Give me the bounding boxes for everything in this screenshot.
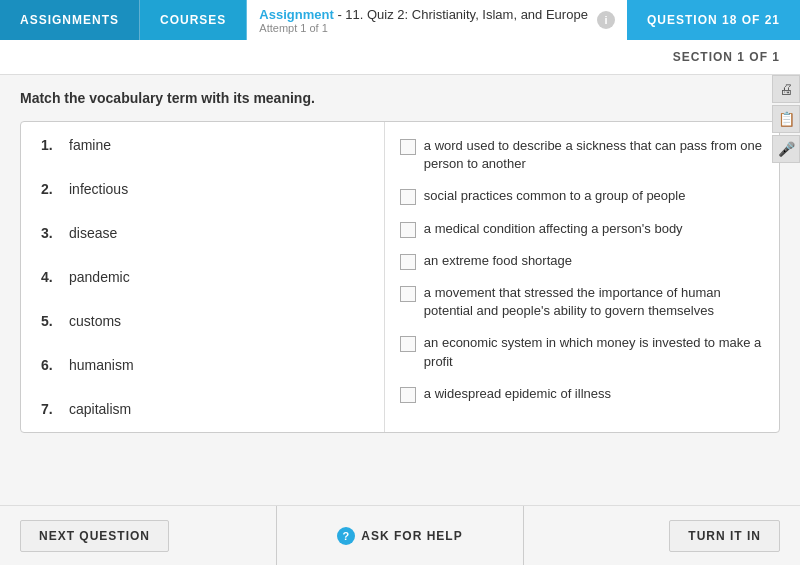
definition-checkbox-7[interactable] <box>400 387 416 403</box>
assignment-attempt: Attempt 1 of 1 <box>259 22 589 34</box>
term-number-7: 7. <box>41 401 61 417</box>
document-icon[interactable]: 📋 <box>772 105 800 133</box>
section-label: SECTION 1 OF 1 <box>673 50 780 64</box>
main-content: Match the vocabulary term with its meani… <box>0 75 800 505</box>
definition-item-2: social practices common to a group of pe… <box>400 187 764 205</box>
courses-nav[interactable]: CouRSES <box>140 0 247 40</box>
info-icon[interactable]: i <box>597 11 615 29</box>
question-counter: QUESTION 18 of 21 <box>627 0 800 40</box>
footer-right: TURN IT IN <box>534 520 780 552</box>
ask-for-help-label: ASK FOR HELP <box>361 529 462 543</box>
definition-item-3: a medical condition affecting a person's… <box>400 220 764 238</box>
definition-text-6: an economic system in which money is inv… <box>424 334 764 370</box>
terms-column: 1. famine 2. infectious 3. disease 4. pa… <box>21 122 385 432</box>
assignment-detail: - 11. Quiz 2: Christianity, Islam, and E… <box>334 7 588 22</box>
definition-text-2: social practices common to a group of pe… <box>424 187 686 205</box>
ask-for-help-button[interactable]: ? ASK FOR HELP <box>337 527 462 545</box>
definition-text-5: a movement that stressed the importance … <box>424 284 764 320</box>
term-item-1: 1. famine <box>41 137 364 153</box>
definition-checkbox-2[interactable] <box>400 189 416 205</box>
definition-checkbox-4[interactable] <box>400 254 416 270</box>
definition-checkbox-3[interactable] <box>400 222 416 238</box>
term-label-2: infectious <box>69 181 128 197</box>
term-number-5: 5. <box>41 313 61 329</box>
term-label-6: humanism <box>69 357 134 373</box>
assignment-bold: Assignment <box>259 7 333 22</box>
term-label-3: disease <box>69 225 117 241</box>
help-icon: ? <box>337 527 355 545</box>
section-bar: SECTION 1 OF 1 <box>0 40 800 75</box>
term-item-2: 2. infectious <box>41 181 364 197</box>
footer-left: NEXT QUESTION <box>20 520 266 552</box>
matching-container: 1. famine 2. infectious 3. disease 4. pa… <box>20 121 780 433</box>
assignments-nav[interactable]: ASSIGNMENTS <box>0 0 140 40</box>
header: ASSIGNMENTS CouRSES Assignment - 11. Qui… <box>0 0 800 40</box>
definition-text-1: a word used to describe a sickness that … <box>424 137 764 173</box>
term-label-7: capitalism <box>69 401 131 417</box>
definition-checkbox-1[interactable] <box>400 139 416 155</box>
definition-text-4: an extreme food shortage <box>424 252 572 270</box>
definition-item-7: a widespread epidemic of illness <box>400 385 764 403</box>
term-label-4: pandemic <box>69 269 130 285</box>
term-number-1: 1. <box>41 137 61 153</box>
side-tools: 🖨 📋 🎤 <box>772 75 800 163</box>
term-item-4: 4. pandemic <box>41 269 364 285</box>
term-number-3: 3. <box>41 225 61 241</box>
term-number-4: 4. <box>41 269 61 285</box>
definition-text-7: a widespread epidemic of illness <box>424 385 611 403</box>
turn-it-in-button[interactable]: TURN IT IN <box>669 520 780 552</box>
term-item-6: 6. humanism <box>41 357 364 373</box>
assignment-info-bar: Assignment - 11. Quiz 2: Christianity, I… <box>247 0 627 40</box>
print-icon[interactable]: 🖨 <box>772 75 800 103</box>
footer: NEXT QUESTION ? ASK FOR HELP TURN IT IN <box>0 505 800 565</box>
footer-center: ? ASK FOR HELP <box>276 506 524 565</box>
definition-text-3: a medical condition affecting a person's… <box>424 220 683 238</box>
definition-checkbox-5[interactable] <box>400 286 416 302</box>
definition-checkbox-6[interactable] <box>400 336 416 352</box>
assignment-info: Assignment - 11. Quiz 2: Christianity, I… <box>259 7 589 34</box>
term-number-2: 2. <box>41 181 61 197</box>
term-item-7: 7. capitalism <box>41 401 364 417</box>
term-item-3: 3. disease <box>41 225 364 241</box>
mic-icon[interactable]: 🎤 <box>772 135 800 163</box>
assignment-title: Assignment - 11. Quiz 2: Christianity, I… <box>259 7 589 22</box>
term-label-5: customs <box>69 313 121 329</box>
definition-item-5: a movement that stressed the importance … <box>400 284 764 320</box>
next-question-button[interactable]: NEXT QUESTION <box>20 520 169 552</box>
definitions-column: a word used to describe a sickness that … <box>385 122 779 432</box>
term-number-6: 6. <box>41 357 61 373</box>
question-instruction: Match the vocabulary term with its meani… <box>20 90 780 106</box>
definition-item-1: a word used to describe a sickness that … <box>400 137 764 173</box>
definition-item-4: an extreme food shortage <box>400 252 764 270</box>
term-item-5: 5. customs <box>41 313 364 329</box>
definition-item-6: an economic system in which money is inv… <box>400 334 764 370</box>
term-label-1: famine <box>69 137 111 153</box>
